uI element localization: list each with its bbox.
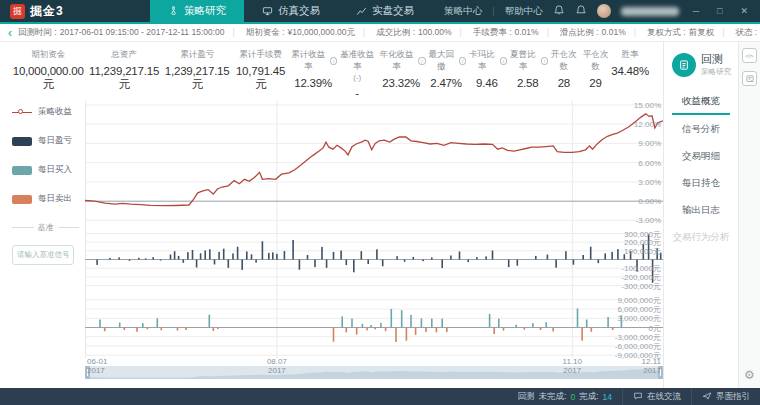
每日盈亏-bar	[237, 247, 239, 260]
每日盈亏-bar	[326, 260, 328, 268]
settings-gear-icon[interactable]: ⚙	[744, 368, 755, 382]
y-tick-label: 200,000元	[624, 238, 661, 247]
sidebar-item-输出日志[interactable]: 输出日志	[664, 196, 738, 223]
minimize-button[interactable]: ─	[689, 6, 703, 16]
y-tick-label: 0元	[649, 324, 661, 333]
每日买卖-bar	[425, 328, 427, 333]
stat-胜率: 胜率34.48%	[611, 49, 649, 92]
param-回测时间: 回测时间 :2017-06-01 09:15:00 - 2017-12-11 1…	[18, 27, 225, 39]
sidebar-item-收益概览[interactable]: 收益概览	[672, 87, 730, 115]
code-view-icon[interactable]: </>	[742, 48, 757, 63]
help-center-link[interactable]: 帮助中心	[505, 5, 543, 18]
每日盈亏-bar	[535, 256, 537, 260]
param-value: 100.00%	[418, 27, 452, 39]
ui-guide-button[interactable]: 界面指引	[691, 388, 760, 405]
每日盈亏-bar	[582, 255, 584, 260]
每日买卖-bar	[213, 328, 215, 331]
每日盈亏-bar	[555, 260, 557, 268]
每日盈亏-bar	[450, 256, 452, 260]
legend-panel: 策略收益每日盈亏每日买入每日卖出 基准	[0, 92, 85, 388]
每日盈亏-bar	[299, 260, 301, 270]
chat-bubble-icon	[633, 391, 643, 403]
每日盈亏-bar	[353, 260, 355, 273]
topbar-right: 策略中心 | 帮助中心 ─ □ ✕	[444, 2, 760, 20]
legend-每日买入[interactable]: 每日买入	[12, 164, 79, 176]
param-手续费率: 手续费率 :0.01%	[452, 27, 539, 39]
每日买卖-bar	[177, 328, 179, 331]
每日盈亏-bar	[307, 255, 309, 260]
stat-value: 28	[548, 77, 580, 89]
每日买卖-bar	[401, 310, 403, 327]
每日买卖-bar	[124, 328, 126, 331]
每日盈亏-bar	[118, 257, 120, 259]
每日买卖-bar	[406, 328, 408, 341]
每日买卖-bar	[217, 328, 219, 330]
每日盈亏-bar	[346, 260, 348, 266]
每日盈亏-bar	[209, 249, 211, 259]
maximize-button[interactable]: □	[713, 6, 726, 16]
legend-每日盈亏[interactable]: 每日盈亏	[12, 135, 79, 147]
info-icon[interactable]: i	[330, 57, 338, 65]
每日买卖-bar	[351, 319, 353, 328]
param-value: 0.01%	[515, 27, 539, 39]
每日买卖-bar	[431, 319, 433, 328]
每日买卖-bar	[498, 319, 500, 328]
ui-guide-label: 界面指引	[716, 391, 750, 403]
每日盈亏-bar	[214, 260, 216, 265]
每日盈亏-bar	[598, 260, 600, 264]
param-label: 复权方式 :	[647, 27, 686, 39]
notification-bell-icon[interactable]	[553, 2, 565, 20]
info-icon[interactable]: i	[418, 57, 426, 65]
param-滑点比例: 滑点比例 :0.01%	[539, 27, 626, 39]
strategy-center-link[interactable]: 策略中心	[444, 5, 482, 18]
stat-年化收益率: 年化收益率i23.32%	[377, 49, 426, 92]
每日盈亏-bar	[382, 260, 384, 267]
每日盈亏-bar	[268, 253, 270, 260]
sidebar-item-交易明细[interactable]: 交易明细	[664, 142, 738, 169]
每日买卖-bar	[147, 328, 149, 330]
stat-value: 11,239,217.15元	[86, 65, 162, 92]
每日买卖-bar	[415, 328, 417, 335]
report-note-icon[interactable]	[742, 71, 757, 86]
alert-bell-icon[interactable]	[575, 2, 587, 20]
benchmark-signal-input[interactable]	[12, 245, 74, 265]
info-icon[interactable]: i	[500, 57, 508, 65]
param-label: 成交比例 :	[376, 27, 415, 39]
charts-svg[interactable]: 15.00%12.00%9.00%6.00%3.00%0.00%-3.00%30…	[85, 92, 663, 388]
info-icon[interactable]: i	[541, 57, 549, 65]
backtest-progress: 回测 未完成: 0 完成: 14	[508, 388, 622, 405]
sidebar-item-每日持仓[interactable]: 每日持仓	[664, 169, 738, 196]
benchmark-divider: 基准	[12, 222, 79, 233]
tab-label: 实盘交易	[372, 4, 414, 18]
legend-label: 策略收益	[38, 106, 72, 118]
stat-label: 期初资金	[31, 49, 65, 61]
每日盈亏-bar	[160, 260, 162, 261]
stat-累计手续费: 累计手续费10,791.45元	[232, 49, 288, 92]
每日买卖-bar	[421, 318, 423, 327]
y-tick-label: 100,000元	[624, 247, 661, 256]
legend-策略收益[interactable]: 策略收益	[12, 106, 79, 118]
每日盈亏-bar	[262, 241, 264, 259]
每日买卖-bar	[209, 315, 211, 328]
strategy-return-line	[85, 114, 663, 206]
每日买卖-bar	[142, 323, 144, 327]
每日盈亏-bar	[170, 255, 172, 260]
x-tick-year: 2017	[563, 366, 581, 375]
close-button[interactable]: ✕	[736, 6, 752, 16]
legend-每日卖出[interactable]: 每日卖出	[12, 193, 79, 205]
每日盈亏-bar	[187, 252, 189, 259]
done-count: 14	[603, 392, 612, 402]
tab-实盘交易[interactable]: 实盘交易	[338, 0, 432, 22]
param-期初资金: 期初资金 :¥10,000,000.00元	[225, 27, 356, 39]
sidebar-item-信号分析[interactable]: 信号分析	[664, 115, 738, 142]
back-icon[interactable]: ‹	[6, 27, 18, 39]
online-chat-button[interactable]: 在线交流	[622, 388, 691, 405]
info-icon[interactable]: i	[459, 57, 467, 65]
stat-value: 12.39%	[289, 77, 338, 89]
tab-策略研究[interactable]: 策略研究	[150, 0, 244, 22]
stat-label: 开仓次数	[548, 49, 580, 73]
user-avatar[interactable]	[597, 4, 611, 18]
stat-label: 年化收益率	[377, 49, 416, 73]
每日盈亏-bar	[152, 257, 154, 259]
tab-仿真交易[interactable]: 仿真交易	[244, 0, 338, 22]
